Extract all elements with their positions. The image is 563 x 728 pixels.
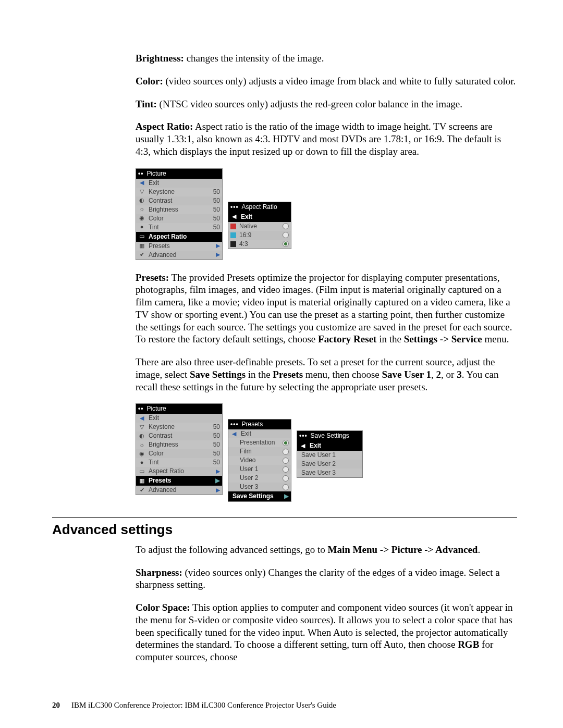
osd-aspect-43[interactable]: 4:3 [228, 240, 291, 249]
osd-aspect-exit[interactable]: ◀ Exit [228, 212, 291, 222]
tint-icon: ● [138, 224, 145, 231]
section-title-advanced: Advanced settings [52, 521, 517, 538]
osd-aspect-169[interactable]: 16:9 [228, 231, 291, 240]
contrast-icon: ◐ [138, 433, 145, 440]
text-brightness: changes the intensity of the image. [184, 53, 324, 64]
para-brightness: Brightness: changes the intensity of the… [136, 52, 517, 65]
para-sharpness: Sharpness: (video sources only) Changes … [136, 566, 517, 591]
text-color: (video sources only) adjusts a video ima… [163, 76, 516, 87]
page-number: 20 [52, 701, 60, 709]
osd-item-keystone[interactable]: ▽Keystone50 [136, 423, 222, 431]
section-divider [52, 517, 517, 518]
keystone-icon: ▽ [138, 424, 145, 431]
presets-user3[interactable]: User 3 [228, 483, 291, 491]
osd-item-presets[interactable]: ▦ Presets ▶ [136, 242, 222, 251]
presets-icon: ▦ [138, 242, 145, 250]
label-color: Color: [136, 76, 163, 87]
radio-icon [283, 232, 289, 238]
osd-item-exit[interactable]: ◀ Exit [136, 179, 222, 188]
save-exit[interactable]: ◀Exit [297, 441, 362, 451]
para-aspect: Aspect Ratio: Aspect ratio is the ratio … [136, 120, 517, 157]
label-brightness: Brightness: [136, 53, 184, 64]
label-tint: Tint: [136, 98, 157, 109]
radio-icon [283, 223, 289, 229]
tint-icon: ● [138, 459, 145, 466]
para-tint: Tint: (NTSC video sources only) adjusts … [136, 98, 517, 110]
swatch-icon [230, 232, 236, 238]
swatch-icon [230, 224, 236, 229]
osd-item-advanced[interactable]: ✔ Advanced ▶ [136, 251, 222, 260]
save-user2[interactable]: Save User 2 [297, 460, 362, 468]
presets-user1[interactable]: User 1 [228, 465, 291, 474]
radio-selected-icon [283, 440, 289, 446]
osd-item-brightness[interactable]: ☼Brightness50 [136, 440, 222, 449]
keystone-icon: ▽ [138, 188, 145, 195]
osd-aspect-native[interactable]: Native [228, 222, 291, 231]
dots-icon: •• [138, 405, 143, 413]
presets-film[interactable]: Film [228, 447, 291, 456]
contrast-icon: ◐ [138, 197, 145, 204]
osd-item-advanced[interactable]: ✔Advanced▶ [136, 486, 222, 495]
osd-item-contrast[interactable]: ◐ Contrast 50 [136, 196, 222, 205]
presets-user2[interactable]: User 2 [228, 474, 291, 483]
para-presets: Presets: The provided Presets optimize t… [136, 272, 517, 346]
radio-selected-icon [283, 241, 289, 247]
triangle-left-icon: ◀ [299, 442, 307, 450]
osd-item-color[interactable]: ◉Color50 [136, 449, 222, 458]
radio-icon [283, 458, 289, 464]
para-advanced-intro: To adjust the following advanced setting… [136, 544, 517, 556]
osd-save-settings-submenu: •••Save Settings ◀Exit Save User 1 Save … [297, 430, 363, 478]
dots-icon: ••• [299, 432, 308, 440]
label-colorspace: Color Space: [136, 602, 190, 613]
osd-picture-menu: •• Picture ◀ Exit ▽ Keystone 50 ◐ Cont [136, 168, 223, 260]
triangle-left-icon: ◀ [138, 415, 145, 422]
osd-item-contrast[interactable]: ◐Contrast50 [136, 431, 222, 440]
save-user1[interactable]: Save User 1 [297, 451, 362, 460]
osd-presets-submenu: •••Presets ◀Exit Presentation Film Video… [228, 419, 291, 502]
chevron-right-icon: ▶ [213, 487, 220, 494]
para-colorspace: Color Space: This option applies to comp… [136, 601, 517, 663]
triangle-left-icon: ◀ [138, 179, 145, 187]
para-color: Color: (video sources only) adjusts a vi… [136, 75, 517, 88]
para-user-presets: There are also three user-definable pres… [136, 356, 517, 393]
label-aspect: Aspect Ratio: [136, 121, 193, 132]
osd-item-aspect-selected[interactable]: ▭ Aspect Ratio [136, 232, 222, 242]
footer-text: IBM iLC300 Conference Projector: IBM iLC… [71, 701, 336, 709]
osd-item-tint[interactable]: ● Tint 50 [136, 223, 222, 232]
presets-save-selected[interactable]: Save Settings▶ [228, 491, 291, 501]
label-sharpness: Sharpness: [136, 567, 182, 578]
dots-icon: ••• [230, 203, 239, 211]
osd-header: ••• Aspect Ratio [228, 202, 291, 212]
triangle-left-icon: ◀ [230, 213, 238, 220]
save-user3[interactable]: Save User 3 [297, 468, 362, 477]
osd-item-exit[interactable]: ◀Exit [136, 414, 222, 423]
aspect-icon: ▭ [138, 233, 145, 240]
presets-exit[interactable]: ◀Exit [228, 429, 291, 438]
chevron-right-icon: ▶ [215, 477, 220, 485]
osd-aspect-submenu: ••• Aspect Ratio ◀ Exit Native [228, 202, 291, 249]
presets-icon: ▦ [138, 477, 145, 485]
dots-icon: •• [138, 170, 143, 178]
osd-item-tint[interactable]: ●Tint50 [136, 458, 222, 467]
dots-icon: ••• [230, 421, 239, 428]
chevron-right-icon: ▶ [213, 242, 220, 250]
osd-item-brightness[interactable]: ☼ Brightness 50 [136, 205, 222, 214]
osd-header: •• Picture [136, 169, 222, 179]
osd-item-color[interactable]: ◉ Color 50 [136, 214, 222, 223]
presets-video[interactable]: Video [228, 456, 291, 465]
brightness-icon: ☼ [138, 206, 145, 213]
radio-icon [283, 475, 289, 482]
chevron-right-icon: ▶ [213, 468, 220, 475]
osd-item-aspect[interactable]: ▭Aspect Ratio▶ [136, 467, 222, 476]
label-presets: Presets: [136, 272, 169, 283]
osd-item-keystone[interactable]: ▽ Keystone 50 [136, 188, 222, 196]
chevron-right-icon: ▶ [284, 492, 289, 500]
aspect-icon: ▭ [138, 468, 145, 475]
osd-picture-presets-screenshot: ••Picture ◀Exit ▽Keystone50 ◐Contrast50 … [136, 403, 517, 502]
radio-icon [283, 449, 289, 455]
brightness-icon: ☼ [138, 441, 145, 449]
osd-item-presets-selected[interactable]: ▦Presets▶ [136, 476, 222, 486]
text-tint: (NTSC video sources only) adjusts the re… [157, 98, 462, 109]
swatch-icon [230, 241, 236, 247]
presets-presentation[interactable]: Presentation [228, 438, 291, 447]
